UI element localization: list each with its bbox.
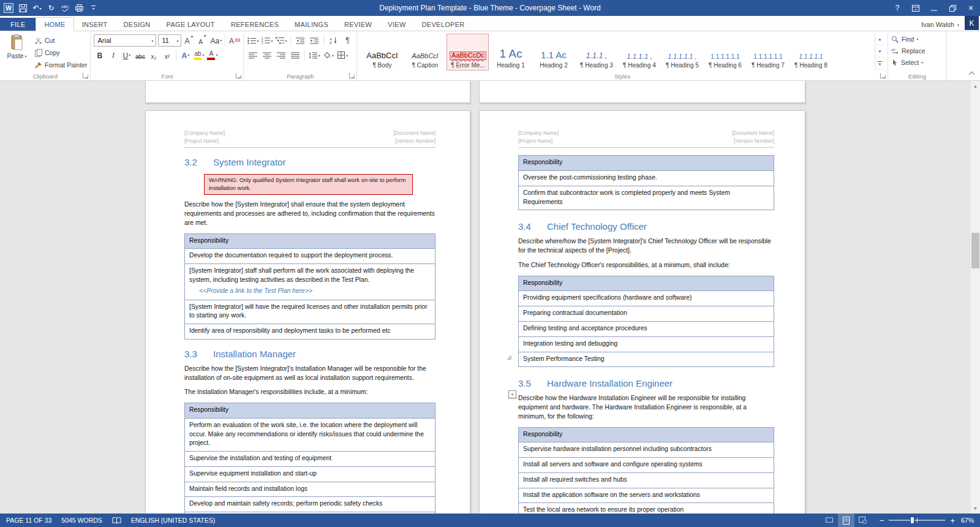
style-error-message[interactable]: AaBbCcDc¶ Error Me... <box>447 34 489 70</box>
strikethrough-button[interactable]: abc <box>134 49 146 61</box>
word-count[interactable]: 5045 WORDS <box>56 514 107 527</box>
format-painter-button[interactable]: Format Painter <box>34 60 87 70</box>
zoom-in-button[interactable]: + <box>950 517 955 525</box>
responsibility-table-5[interactable]: Responsibility Supervise hardware instal… <box>518 427 774 514</box>
style-caption[interactable]: AaBbCcI¶ Caption <box>404 34 446 70</box>
spelling-grammar-button[interactable]: ABC <box>61 2 70 13</box>
style-heading-2[interactable]: 1.1 AcHeading 2 <box>532 34 575 70</box>
style-heading-3[interactable]: 1.1.1 ,¶ Heading 3 <box>575 34 617 70</box>
scrollbar-thumb[interactable] <box>971 233 979 268</box>
select-dropdown-icon[interactable]: ▾ <box>921 60 923 64</box>
table-row[interactable]: [System Integrator] staff shall perform … <box>185 264 435 299</box>
table-row[interactable]: Remain on-site during the equipment and … <box>185 512 435 514</box>
paragraph[interactable]: The Installation Manager's responsibilit… <box>184 388 435 397</box>
font-size-select[interactable]: 11▾ <box>158 34 181 47</box>
style-body[interactable]: AaBbCcI¶ Body <box>361 34 403 70</box>
shading-button[interactable]: ▾ <box>322 49 334 61</box>
styles-scroll-down-button[interactable]: ▼ <box>875 45 884 58</box>
quick-print-button[interactable] <box>75 2 84 13</box>
styles-scroll-up-button[interactable]: ▲ <box>875 33 884 45</box>
change-case-button[interactable]: Aa▾ <box>210 34 222 47</box>
avatar[interactable]: K <box>965 16 979 30</box>
heading-3-5[interactable]: 3.5Hardware Installation Engineer <box>518 378 774 389</box>
style-heading-7[interactable]: 1.1.1.1.1.1¶ Heading 7 <box>747 34 789 70</box>
customize-qat-button[interactable]: ▾ <box>89 2 98 13</box>
multilevel-list-button[interactable]: ▾ <box>275 34 287 47</box>
subscript-button[interactable]: x₂ <box>148 49 159 61</box>
zoom-level[interactable]: 67% <box>961 517 979 524</box>
table-row[interactable]: Identify area of responsibility and depl… <box>185 324 435 339</box>
responsibility-table-4[interactable]: Responsibility Providing equipment speci… <box>518 276 774 368</box>
paragraph[interactable]: Describe how the Hardware Installation E… <box>518 394 774 421</box>
language-indicator[interactable]: ENGLISH (UNITED STATES) <box>126 514 220 527</box>
multilevel-dropdown-icon[interactable]: ▾ <box>285 39 287 43</box>
table-header[interactable]: Responsibility <box>519 276 774 291</box>
style-heading-6[interactable]: 1.1.1.1.1.1¶ Heading 6 <box>704 34 746 70</box>
tab-review[interactable]: REVIEW <box>336 18 380 31</box>
tab-page-layout[interactable]: PAGE LAYOUT <box>159 18 223 31</box>
document-area[interactable]: [Company Name] [Project Name] [Document … <box>0 81 980 514</box>
zoom-slider[interactable] <box>889 520 945 521</box>
restore-button[interactable] <box>943 0 962 16</box>
close-button[interactable]: × <box>962 0 980 16</box>
text-effects-dropdown-icon[interactable]: ▾ <box>187 53 189 57</box>
page-left[interactable]: [Company Name] [Project Name] [Document … <box>145 110 470 514</box>
grow-font-button[interactable]: A▲ <box>183 34 195 47</box>
font-name-select[interactable]: Arial▾ <box>94 34 156 47</box>
redo-button[interactable]: ↻ <box>47 2 56 13</box>
cut-button[interactable]: Cut <box>34 36 87 45</box>
zoom-out-button[interactable]: − <box>880 517 884 525</box>
find-dropdown-icon[interactable]: ▾ <box>916 37 918 41</box>
sort-button[interactable]: AZ <box>327 34 339 47</box>
table-row[interactable]: Install all required switches and hubs <box>519 472 774 488</box>
table-row[interactable]: Oversee the post-commissioning testing p… <box>519 170 774 186</box>
table-row[interactable]: Preparing contractual documentation <box>519 306 774 321</box>
help-button[interactable]: ? <box>888 0 907 16</box>
read-mode-button[interactable] <box>821 514 838 527</box>
proofing-status[interactable] <box>107 514 126 527</box>
undo-button[interactable]: ↶▾ <box>32 2 42 13</box>
undo-dropdown-icon[interactable]: ▾ <box>40 6 42 10</box>
table-row[interactable]: Perform an evaluation of the work site, … <box>185 418 435 451</box>
styles-dialog-launcher[interactable] <box>880 73 886 78</box>
table-row[interactable]: Integration testing and debugging <box>519 336 774 352</box>
bold-button[interactable]: B <box>94 49 105 61</box>
heading-3-2[interactable]: 3.2System Integrator <box>184 157 435 167</box>
table-row[interactable]: Install the application software on the … <box>519 488 774 503</box>
highlight-dropdown-icon[interactable]: ▾ <box>202 53 204 57</box>
font-size-dropdown-icon[interactable]: ▾ <box>174 39 181 43</box>
table-row[interactable]: Develop the documentation required to su… <box>185 248 435 264</box>
tab-file[interactable]: FILE <box>0 18 36 31</box>
page-right[interactable]: [Company Name] [Project Name] [Document … <box>479 110 805 514</box>
align-right-button[interactable] <box>275 49 287 61</box>
test-plan-link-note[interactable]: <<Provide a link to the Test Plan here>> <box>199 287 431 296</box>
outline-collapse-marker[interactable] <box>507 355 511 360</box>
italic-button[interactable]: I <box>107 49 119 61</box>
style-heading-5[interactable]: 1.1.1.1.1 ,¶ Heading 5 <box>661 34 703 70</box>
styles-more-button[interactable]: ▼ <box>875 58 884 70</box>
line-spacing-button[interactable]: ▾ <box>308 49 320 61</box>
style-heading-1[interactable]: 1 AcHeading 1 <box>489 34 532 70</box>
show-formatting-marks-button[interactable]: ¶ <box>341 34 353 47</box>
page-indicator[interactable]: PAGE 11 OF 33 <box>1 514 56 527</box>
responsibility-table-3[interactable]: Responsibility Oversee the post-commissi… <box>518 155 774 210</box>
table-move-handle[interactable]: + <box>508 390 516 398</box>
scroll-down-button[interactable]: ▼ <box>970 503 980 514</box>
borders-button[interactable]: ▾ <box>336 49 349 61</box>
minimize-button[interactable] <box>925 0 943 16</box>
paragraph[interactable]: Describe where/how the [System Integrato… <box>518 237 774 256</box>
highlight-color-button[interactable]: ab▾ <box>193 49 205 61</box>
table-row[interactable]: Develop and maintain safety records; per… <box>185 496 435 512</box>
tab-mailings[interactable]: MAILINGS <box>287 18 336 31</box>
table-header[interactable]: Responsibility <box>519 428 774 442</box>
bullets-button[interactable]: ▾ <box>247 34 259 47</box>
paragraph[interactable]: Describe how the [System Integrator]'s I… <box>184 365 435 383</box>
font-color-button[interactable]: A▾ <box>206 49 218 61</box>
table-row[interactable]: Defining testing and acceptance procedur… <box>519 321 774 336</box>
borders-dropdown-icon[interactable]: ▾ <box>346 53 348 58</box>
tab-design[interactable]: DESIGN <box>116 18 159 31</box>
table-header[interactable]: Responsibility <box>519 156 774 170</box>
tab-developer[interactable]: DEVELOPER <box>414 18 473 31</box>
shading-dropdown-icon[interactable]: ▾ <box>332 53 334 58</box>
line-spacing-dropdown-icon[interactable]: ▾ <box>318 53 320 58</box>
